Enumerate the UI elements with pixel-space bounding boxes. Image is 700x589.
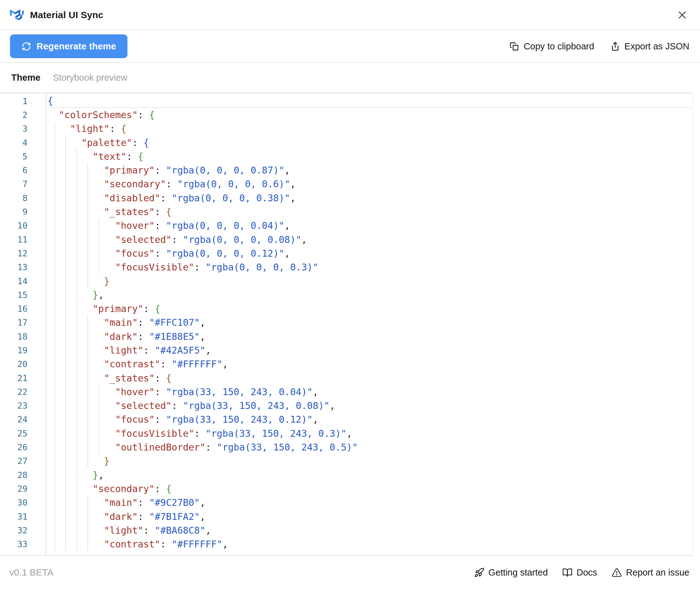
line-number: 7 [0,179,46,189]
indent-guide [54,413,55,426]
code-line[interactable]: 6 "primary": "rgba(0, 0, 0, 0.87)", [0,163,692,177]
code-line-content[interactable]: { [46,94,692,108]
code-text: "colorSchemes": { [47,110,154,120]
code-line-content[interactable]: "colorSchemes": { [46,108,692,122]
code-line[interactable]: 18 "dark": "#1E88E5", [0,330,692,343]
code-text: "selected": "rgba(33, 150, 243, 0.08)", [47,400,335,411]
code-line-content[interactable]: "light": "#42A5F5", [46,343,692,357]
line-number: 4 [0,138,46,148]
code-line[interactable]: 10 "hover": "rgba(0, 0, 0, 0.04)", [0,219,692,233]
code-line-content[interactable]: "primary": { [46,302,692,316]
code-line-content[interactable]: }, [46,288,692,302]
code-line-content[interactable]: "main": "#FFC107", [46,316,692,330]
code-line-content[interactable]: "light": "#BA68C8", [46,523,692,537]
code-line[interactable]: 7 "secondary": "rgba(0, 0, 0, 0.6)", [0,177,692,191]
code-line-content[interactable]: "secondary": "rgba(0, 0, 0, 0.6)", [46,177,692,191]
code-text: "dark": "#1E88E5", [47,331,206,342]
regenerate-theme-button[interactable]: Regenerate theme [10,34,127,58]
code-line[interactable]: 19 "light": "#42A5F5", [0,343,692,357]
code-line-content[interactable]: "contrast": "#FFFFFF", [46,357,692,371]
code-line-content[interactable]: "text": { [46,150,692,163]
code-line[interactable]: 3 "light": { [0,122,692,136]
code-line-content[interactable]: "dark": "#7B1FA2", [46,510,692,523]
code-line-content[interactable]: "secondary": { [46,482,692,496]
close-button[interactable] [675,8,689,22]
code-editor[interactable]: 1{2 "colorSchemes": {3 "light": {4 "pale… [0,92,693,556]
code-line[interactable]: 1{ [0,94,692,108]
code-line-content[interactable]: "focus": "rgba(33, 150, 243, 0.12)", [46,413,692,426]
code-line-content[interactable]: "outlinedBorder": "rgba(33, 150, 243, 0.… [46,440,692,454]
code-line[interactable]: 9 "_states": { [0,205,692,218]
line-number: 21 [0,373,46,383]
code-line-content[interactable]: "focus": "rgba(0, 0, 0, 0.12)", [46,246,692,260]
code-line-content[interactable]: "contrast": "#FFFFFF", [46,538,692,551]
code-text: "main": "#FFC107", [47,317,206,328]
code-line-content[interactable]: "focusVisible": "rgba(33, 150, 243, 0.3)… [46,426,692,440]
code-line-content[interactable]: "dark": "#1E88E5", [46,330,692,343]
code-line[interactable]: 13 "focusVisible": "rgba(0, 0, 0, 0.3)" [0,260,692,274]
code-line[interactable]: 28 }, [0,468,692,482]
code-line-content[interactable]: "selected": "rgba(0, 0, 0, 0.08)", [46,233,692,246]
code-line[interactable]: 33 "contrast": "#FFFFFF", [0,538,692,551]
code-text: } [47,276,110,287]
code-line-content[interactable]: "light": { [46,122,692,136]
copy-to-clipboard-button[interactable]: Copy to clipboard [509,41,594,51]
code-line[interactable]: 25 "focusVisible": "rgba(33, 150, 243, 0… [0,426,692,440]
code-line-content[interactable]: "palette": { [46,136,692,150]
indent-guide [65,371,66,385]
indent-guide [54,371,55,385]
code-line-content[interactable]: "primary": "rgba(0, 0, 0, 0.87)", [46,163,692,177]
indent-guide [54,150,55,163]
code-line-content[interactable]: "focusVisible": "rgba(0, 0, 0, 0.3)" [46,260,692,274]
code-line[interactable]: 5 "text": { [0,150,692,163]
code-line-content[interactable]: "_states": { [46,371,692,385]
close-icon [677,10,688,20]
code-line[interactable]: 15 }, [0,288,692,302]
code-line[interactable]: 8 "disabled": "rgba(0, 0, 0, 0.38)", [0,191,692,205]
code-line[interactable]: 4 "palette": { [0,136,692,150]
code-line[interactable]: 27 } [0,454,692,468]
code-line-content[interactable]: } [46,454,692,468]
code-line-content[interactable]: } [46,274,692,288]
line-number: 31 [0,512,46,522]
indent-guide [87,330,88,343]
getting-started-link[interactable]: Getting started [474,567,548,578]
version-badge: v0.1 BETA [9,567,53,578]
code-line[interactable]: 14 } [0,274,692,288]
code-line-content[interactable]: "main": "#9C27B0", [46,496,692,510]
book-icon [562,567,573,578]
code-line[interactable]: 26 "outlinedBorder": "rgba(33, 150, 243,… [0,440,692,454]
code-line-content[interactable]: "hover": "rgba(33, 150, 243, 0.04)", [46,385,692,399]
report-issue-link[interactable]: Report an issue [612,567,689,578]
line-number: 8 [0,193,46,203]
code-line-content[interactable]: }, [46,468,692,482]
docs-link[interactable]: Docs [562,567,597,578]
line-number: 11 [0,235,46,244]
code-line[interactable]: 32 "light": "#BA68C8", [0,523,692,537]
code-line-content[interactable]: "hover": "rgba(0, 0, 0, 0.04)", [46,219,692,233]
indent-guide [98,426,99,440]
code-line[interactable]: 24 "focus": "rgba(33, 150, 243, 0.12)", [0,413,692,426]
code-line[interactable]: 20 "contrast": "#FFFFFF", [0,357,692,371]
code-line[interactable]: 11 "selected": "rgba(0, 0, 0, 0.08)", [0,233,692,246]
indent-guide [65,426,66,440]
code-line[interactable]: 17 "main": "#FFC107", [0,316,692,330]
code-line[interactable]: 30 "main": "#9C27B0", [0,496,692,510]
code-text: "light": "#42A5F5", [47,345,211,356]
code-line[interactable]: 22 "hover": "rgba(33, 150, 243, 0.04)", [0,385,692,399]
code-line[interactable]: 23 "selected": "rgba(33, 150, 243, 0.08)… [0,399,692,413]
code-line[interactable]: 16 "primary": { [0,302,692,316]
code-line[interactable]: 21 "_states": { [0,371,692,385]
code-line-content[interactable]: "disabled": "rgba(0, 0, 0, 0.38)", [46,191,692,205]
tab-storybook-preview[interactable]: Storybook preview [53,72,127,83]
export-as-json-button[interactable]: Export as JSON [610,41,689,51]
code-line[interactable]: 31 "dark": "#7B1FA2", [0,510,692,523]
tab-theme[interactable]: Theme [11,72,40,83]
code-editor-rows[interactable]: 1{2 "colorSchemes": {3 "light": {4 "pale… [0,93,692,551]
code-text: "palette": { [47,137,149,148]
code-line[interactable]: 12 "focus": "rgba(0, 0, 0, 0.12)", [0,246,692,260]
code-line[interactable]: 2 "colorSchemes": { [0,108,692,122]
code-line-content[interactable]: "_states": { [46,205,692,218]
code-line[interactable]: 29 "secondary": { [0,482,692,496]
code-line-content[interactable]: "selected": "rgba(33, 150, 243, 0.08)", [46,399,692,413]
